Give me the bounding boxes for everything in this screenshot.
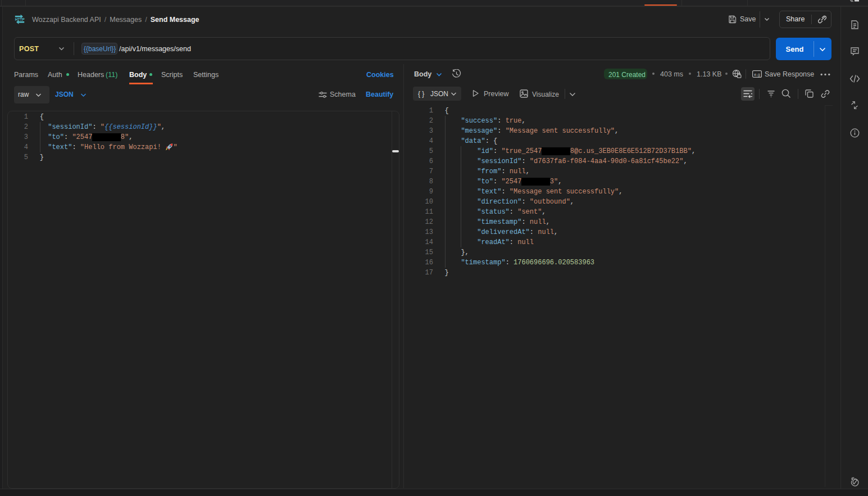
svg-text:e.g: e.g — [754, 72, 760, 77]
svg-text:HTTP: HTTP — [15, 17, 25, 21]
